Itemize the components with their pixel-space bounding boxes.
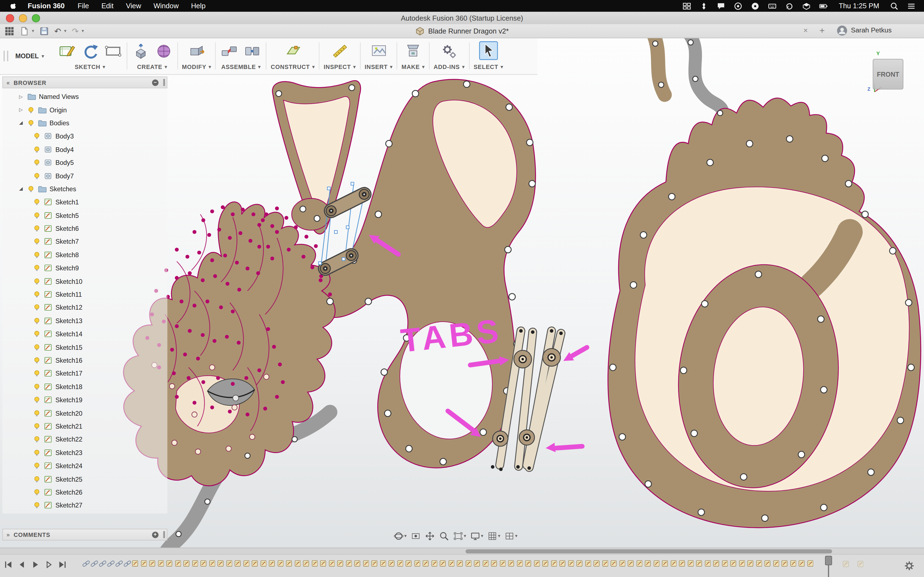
look-at-icon[interactable] — [409, 530, 422, 542]
visibility-bulb-icon[interactable] — [33, 316, 41, 325]
timeline-feature-icon[interactable] — [807, 559, 813, 568]
timeline-feature-icon[interactable] — [773, 559, 779, 568]
visibility-bulb-icon[interactable] — [33, 290, 41, 299]
timeline-feature-icon[interactable] — [790, 559, 796, 568]
zoom-icon[interactable] — [438, 530, 450, 542]
menu-view[interactable]: View — [126, 2, 141, 10]
browser-item-sketch12[interactable]: Sketch12 — [2, 301, 168, 314]
browser-item-sketch21[interactable]: Sketch21 — [2, 419, 168, 433]
comments-header[interactable]: » COMMENTS + — [2, 529, 168, 540]
new-doc-icon[interactable] — [19, 26, 29, 35]
timeline-feature-icon[interactable] — [141, 559, 147, 568]
timeline-feature-icon[interactable] — [577, 559, 583, 568]
timeline-feature-icon[interactable] — [747, 559, 753, 568]
pan-icon[interactable] — [424, 530, 436, 542]
visibility-bulb-icon[interactable] — [33, 330, 41, 338]
timeline-feature-icon[interactable] — [465, 559, 472, 568]
marker-handle[interactable] — [825, 556, 832, 565]
browser-item-sketch14[interactable]: Sketch14 — [2, 327, 168, 340]
timeline-feature-icon[interactable] — [303, 559, 309, 568]
browser-item-sketch20[interactable]: Sketch20 — [2, 406, 168, 419]
undo-caret-icon[interactable]: ▾ — [64, 28, 66, 34]
browser-item-sketch5[interactable]: Sketch5 — [2, 209, 168, 222]
timeline-link-icon[interactable] — [82, 560, 90, 567]
browser-item-sketch13[interactable]: Sketch13 — [2, 314, 168, 327]
as-built-joint-icon[interactable] — [243, 41, 262, 60]
visibility-bulb-icon[interactable] — [33, 396, 41, 404]
timeline-feature-icon[interactable] — [448, 559, 455, 568]
browser-item-origin[interactable]: ▷Origin — [2, 103, 168, 116]
visibility-bulb-icon[interactable] — [33, 382, 41, 391]
select-icon[interactable] — [479, 41, 498, 60]
timeline-feature-icon[interactable] — [192, 559, 198, 568]
timeline-feature-icon[interactable] — [329, 559, 335, 568]
toolbar-menu-assemble[interactable]: ASSEMBLE▾ — [220, 63, 262, 70]
browser-item-sketch1[interactable]: Sketch1 — [2, 196, 168, 209]
timeline-feature-icon[interactable] — [662, 559, 668, 568]
browser-item-sketch27[interactable]: Sketch27 — [2, 499, 168, 512]
browser-item-sketch19[interactable]: Sketch19 — [2, 393, 168, 406]
panel-display-icon[interactable]: − — [152, 79, 159, 86]
browser-item-sketch18[interactable]: Sketch18 — [2, 380, 168, 393]
expander-icon[interactable]: ▷ — [18, 107, 24, 112]
canvas-icon[interactable] — [369, 41, 388, 60]
play-icon[interactable] — [31, 560, 40, 569]
grid-snap-icon[interactable]: ▾ — [486, 530, 502, 542]
visibility-bulb-icon[interactable] — [33, 172, 41, 180]
timeline-feature-icon[interactable] — [457, 559, 463, 568]
timeline-feature-icon[interactable] — [149, 559, 155, 568]
step-forward-icon[interactable] — [44, 560, 53, 569]
new-tab-icon[interactable]: + — [818, 25, 826, 35]
addins-icon[interactable] — [440, 41, 459, 60]
visibility-bulb-icon[interactable] — [33, 158, 41, 167]
timeline-feature-icon[interactable] — [183, 559, 189, 568]
expander-icon[interactable]: ◢ — [18, 186, 24, 192]
tab-close-icon[interactable]: × — [801, 26, 809, 35]
browser-item-sketch24[interactable]: Sketch24 — [2, 459, 168, 472]
timeline-feature-icon[interactable] — [593, 559, 600, 568]
rectangle-icon[interactable] — [104, 41, 123, 60]
new-doc-caret-icon[interactable]: ▾ — [32, 28, 34, 34]
skip-end-icon[interactable] — [58, 560, 67, 569]
sketch-icon[interactable] — [58, 41, 76, 60]
timeline-feature-icon[interactable] — [645, 559, 651, 568]
mission-control-icon[interactable] — [683, 2, 691, 10]
timeline-link-icon[interactable] — [99, 560, 107, 567]
undo-icon[interactable]: ↶ — [54, 26, 61, 35]
timeline-link-icon[interactable] — [115, 560, 123, 567]
toolbar-menu-create[interactable]: CREATE▾ — [131, 63, 173, 70]
browser-item-sketch23[interactable]: Sketch23 — [2, 446, 168, 459]
timeline-feature-icon[interactable] — [525, 559, 531, 568]
browser-item-sketch26[interactable]: Sketch26 — [2, 485, 168, 499]
comments-add-icon[interactable]: + — [152, 531, 159, 538]
timeline-feature-icon[interactable] — [431, 559, 438, 568]
timeline-feature-icon[interactable] — [371, 559, 378, 568]
document-tab[interactable]: Blade Runner Dragon v2* — [415, 25, 509, 37]
menubar-app-name[interactable]: Fusion 360 — [28, 2, 65, 10]
visibility-bulb-icon[interactable] — [33, 462, 41, 470]
browser-item-sketch17[interactable]: Sketch17 — [2, 367, 168, 380]
menubar-clock[interactable]: Thu 1:25 PM — [839, 2, 879, 10]
browser-item-sketch11[interactable]: Sketch11 — [2, 288, 168, 301]
timeline-feature-icon[interactable] — [611, 559, 617, 568]
timeline-feature-icon[interactable] — [602, 559, 608, 568]
timeline-feature-icon[interactable] — [286, 559, 292, 568]
zoom-window-icon[interactable]: ▾ — [452, 530, 467, 542]
visibility-bulb-icon[interactable] — [27, 106, 35, 114]
visibility-bulb-icon[interactable] — [33, 435, 41, 443]
zoom-window-button[interactable] — [32, 14, 40, 22]
timeline-feature-icon[interactable] — [174, 559, 181, 568]
timeline-feature-icon[interactable] — [397, 559, 403, 568]
app-grid-icon[interactable] — [5, 26, 14, 35]
timeline-feature-icon[interactable] — [158, 559, 164, 568]
timeline-feature-icon[interactable] — [252, 559, 258, 568]
finish-sketch-icon[interactable] — [81, 41, 100, 60]
battery-icon[interactable] — [819, 2, 828, 10]
timeline-feature-icon[interactable] — [722, 559, 728, 568]
browser-item-sketch22[interactable]: Sketch22 — [2, 433, 168, 446]
timeline-feature-icon[interactable] — [226, 559, 233, 568]
menu-window[interactable]: Window — [153, 2, 178, 10]
visibility-bulb-icon[interactable] — [33, 488, 41, 496]
display-settings-icon[interactable]: ▾ — [469, 530, 485, 542]
browser-item-named-views[interactable]: ▷Named Views — [2, 90, 168, 103]
